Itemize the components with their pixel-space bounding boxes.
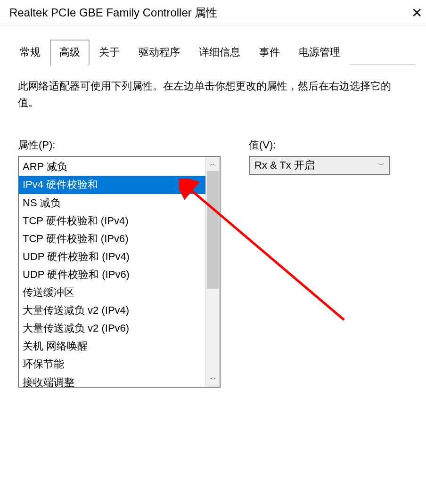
scroll-up-button[interactable]: ︿ [206, 157, 220, 171]
tab-bar: 常规 高级 关于 驱动程序 详细信息 事件 电源管理 [0, 25, 426, 65]
titlebar: Realtek PCIe GBE Family Controller 属性 ✕ [0, 0, 426, 25]
tab-events[interactable]: 事件 [250, 40, 289, 65]
close-icon: ✕ [411, 5, 422, 21]
scroll-down-button[interactable]: ﹀ [206, 373, 220, 387]
tab-about[interactable]: 关于 [90, 40, 129, 65]
property-item[interactable]: UDP 硬件校验和 (IPv6) [19, 266, 205, 284]
scroll-thumb[interactable] [207, 171, 219, 289]
property-item[interactable]: 环保节能 [19, 355, 205, 373]
instruction-text: 此网络适配器可使用下列属性。在左边单击你想更改的属性，然后在右边选择它的值。 [18, 78, 408, 111]
tab-general[interactable]: 常规 [10, 40, 50, 65]
chevron-up-icon: ︿ [210, 160, 216, 168]
property-item[interactable]: IPv4 硬件校验和 [19, 176, 205, 194]
tab-driver[interactable]: 驱动程序 [129, 40, 189, 65]
property-item[interactable]: TCP 硬件校验和 (IPv6) [19, 230, 205, 248]
tab-advanced[interactable]: 高级 [50, 40, 90, 66]
tab-power[interactable]: 电源管理 [289, 40, 350, 65]
scroll-track[interactable] [206, 171, 220, 373]
chevron-down-icon: ﹀ [378, 161, 385, 170]
window-title: Realtek PCIe GBE Family Controller 属性 [9, 5, 217, 20]
property-item[interactable]: NS 减负 [19, 194, 205, 212]
property-item[interactable]: 大量传送减负 v2 (IPv6) [19, 319, 205, 337]
dropdown-selected-text: Rx & Tx 开启 [254, 158, 378, 172]
tab-details[interactable]: 详细信息 [189, 40, 250, 65]
property-item[interactable]: 传送缓冲区 [19, 284, 205, 301]
property-item[interactable]: 接收端调整 [19, 374, 205, 387]
property-label: 属性(P): [18, 138, 221, 152]
tab-content: 此网络适配器可使用下列属性。在左边单击你想更改的属性，然后在右边选择它的值。 属… [0, 65, 426, 388]
property-listbox[interactable]: ARP 减负IPv4 硬件校验和NS 减负TCP 硬件校验和 (IPv4)TCP… [18, 156, 221, 388]
scrollbar[interactable]: ︿ ﹀ [205, 157, 220, 387]
value-label: 值(V): [249, 138, 408, 152]
property-item[interactable]: TCP 硬件校验和 (IPv4) [19, 212, 205, 230]
property-item[interactable]: 大量传送减负 v2 (IPv4) [19, 301, 205, 319]
property-item[interactable]: ARP 减负 [19, 158, 205, 176]
property-item[interactable]: UDP 硬件校验和 (IPv4) [19, 248, 205, 266]
close-button[interactable]: ✕ [407, 0, 426, 25]
chevron-down-icon: ﹀ [210, 375, 216, 384]
value-dropdown[interactable]: Rx & Tx 开启 ﹀ [249, 156, 390, 175]
property-item[interactable]: 关机 网络唤醒 [19, 337, 205, 355]
